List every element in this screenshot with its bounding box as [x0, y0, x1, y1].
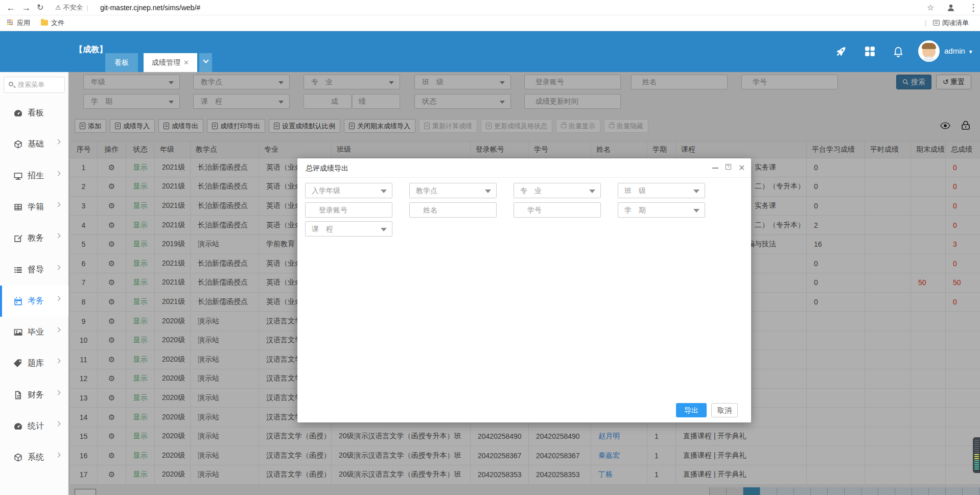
chevron-right-icon [56, 296, 61, 301]
table-icon [13, 202, 23, 212]
sidebar-item-label: 考务 [28, 296, 44, 307]
tag-icon [13, 359, 23, 368]
dialog-select-教学点[interactable]: 教学点 [409, 183, 497, 198]
dialog-select-课程[interactable]: 课 程 [305, 221, 392, 237]
sidebar-item-1[interactable]: 看板 [0, 98, 68, 129]
sidebar-item-12[interactable]: 系统 [0, 442, 68, 473]
caret-down-icon [381, 190, 387, 193]
close-icon[interactable]: ✕ [738, 163, 745, 173]
sidebar-item-7[interactable]: 考务 [0, 286, 68, 317]
minimize-icon[interactable] [712, 168, 718, 169]
caret-down-icon [693, 209, 699, 213]
dialog-select-学期[interactable]: 学 期 [618, 202, 705, 218]
bell-icon[interactable] [892, 46, 904, 60]
folder-icon [41, 20, 48, 26]
sidebar-item-label: 督导 [28, 265, 44, 275]
chevron-right-icon [56, 390, 61, 395]
sidebar-item-label: 学籍 [28, 202, 44, 213]
sidebar-item-4[interactable]: 学籍 [0, 192, 68, 223]
sidebar-item-8[interactable]: 毕业 [0, 317, 68, 348]
chevron-right-icon [56, 202, 61, 207]
tab-list-dropdown[interactable] [199, 53, 212, 72]
gauge-icon [13, 108, 23, 118]
back-icon[interactable]: ← [6, 0, 15, 15]
dialog-input-姓名[interactable]: 姓名 [409, 202, 497, 218]
sidebar-item-10[interactable]: 财务 [0, 380, 68, 411]
list-icon [13, 265, 23, 275]
export-dialog: 总评成绩导出 ✕ 入学年级教学点专 业班 级登录账号姓名学号学 期课 程 导出 … [297, 158, 751, 422]
sidebar-item-label: 财务 [28, 390, 44, 400]
dialog-select-班级[interactable]: 班 级 [618, 183, 705, 198]
brand-label: 【成教】 [75, 44, 107, 55]
chevron-right-icon [56, 421, 61, 427]
url-text[interactable]: git-master.cjnep.net/sims/web/# [100, 0, 200, 15]
reading-list-icon [933, 20, 940, 26]
dialog-titlebar: 总评成绩导出 ✕ [297, 158, 751, 178]
image-icon [13, 327, 23, 337]
monitor-icon [13, 171, 23, 181]
chevron-right-icon [56, 327, 61, 333]
app-header: 【成教】 看板 成绩管理✕ admin▼ [0, 31, 980, 72]
caret-down-icon [589, 190, 595, 193]
apps-grid-icon[interactable] [864, 45, 876, 60]
calendar-icon [13, 296, 23, 306]
cancel-button[interactable]: 取消 [711, 403, 738, 417]
browser-toolbar: ← → ↻ ⚠ 不安全 | git-master.cjnep.net/sims/… [0, 0, 980, 15]
sidebar-item-label: 看板 [28, 108, 44, 119]
user-avatar[interactable] [918, 40, 940, 62]
rocket-icon[interactable] [834, 45, 848, 60]
export-button[interactable]: 导出 [676, 403, 707, 417]
bookmark-apps[interactable]: 应用 [7, 15, 30, 31]
chevron-right-icon [56, 359, 61, 364]
doc-icon [13, 390, 23, 400]
sidebar-item-label: 招生 [28, 171, 44, 181]
sidebar-item-label: 教务 [28, 233, 44, 244]
security-badge[interactable]: ⚠ 不安全 | [55, 0, 88, 15]
apps-grid-icon [7, 19, 14, 26]
cube-icon [13, 453, 23, 462]
forward-icon[interactable]: → [21, 0, 31, 15]
bookmark-star-icon[interactable]: ☆ [927, 0, 934, 15]
profile-icon[interactable] [946, 0, 955, 17]
dialog-input-登录账号[interactable]: 登录账号 [305, 202, 392, 218]
tab-close-icon[interactable]: ✕ [183, 59, 189, 66]
bookmarks-bar: 应用 文件 | 阅读清单 [0, 15, 980, 31]
sidebar-item-label: 基础 [28, 139, 44, 150]
sidebar: 搜索菜单 看板基础招生学籍教务督导考务毕业题库财务统计系统 [0, 72, 68, 495]
volume-meter-overlay [973, 437, 980, 473]
sidebar-item-3[interactable]: 招生 [0, 160, 68, 192]
sidebar-item-label: 统计 [28, 421, 44, 432]
chevron-down-icon: ▼ [968, 49, 973, 55]
sidebar-item-5[interactable]: 教务 [0, 223, 68, 254]
cube-icon [13, 139, 23, 149]
bookmarks-separator: | [925, 15, 926, 31]
dialog-title: 总评成绩导出 [306, 164, 348, 173]
sidebar-item-6[interactable]: 督导 [0, 254, 68, 286]
chevron-right-icon [56, 171, 61, 176]
search-icon [9, 82, 13, 86]
gauge-icon [13, 421, 23, 431]
maximize-icon[interactable] [726, 164, 731, 170]
tab-dashboard[interactable]: 看板 [105, 53, 138, 72]
caret-down-icon [693, 190, 699, 193]
user-menu[interactable]: admin▼ [944, 46, 973, 55]
chevron-down-icon [203, 57, 208, 63]
browser-menu-icon[interactable]: ⋮ [969, 0, 978, 15]
sidebar-search-input[interactable]: 搜索菜单 [4, 77, 65, 93]
bookmark-files[interactable]: 文件 [41, 15, 64, 31]
chevron-right-icon [56, 453, 61, 458]
dialog-select-入学年级[interactable]: 入学年级 [305, 183, 392, 198]
sidebar-item-label: 系统 [28, 452, 44, 463]
tab-score-management[interactable]: 成绩管理✕ [144, 53, 197, 72]
sidebar-item-label: 题库 [28, 358, 44, 369]
reading-list-button[interactable]: 阅读清单 [933, 15, 969, 31]
dialog-input-学号[interactable]: 学号 [514, 202, 601, 218]
sidebar-item-11[interactable]: 统计 [0, 411, 68, 442]
dialog-select-专业[interactable]: 专 业 [514, 183, 601, 198]
chevron-right-icon [56, 265, 61, 270]
chevron-right-icon [56, 139, 61, 145]
edit-icon [13, 233, 23, 243]
reload-icon[interactable]: ↻ [37, 0, 43, 15]
sidebar-item-9[interactable]: 题库 [0, 348, 68, 379]
sidebar-item-2[interactable]: 基础 [0, 129, 68, 160]
